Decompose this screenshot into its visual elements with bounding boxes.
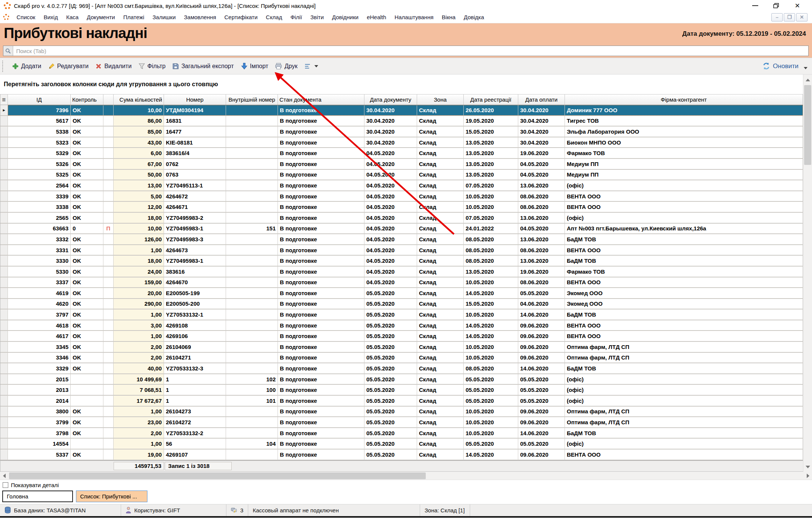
table-row[interactable]: 5337 OK 19,00 4269107 В подготовке 05.05… — [0, 449, 803, 460]
column-header-pay-date[interactable]: Дата оплати — [518, 94, 565, 105]
table-row[interactable]: 3331 OK 1,00 4264673 В подготовке 04.05.… — [0, 245, 803, 256]
menu-spysok[interactable]: Список — [12, 12, 39, 22]
column-header-flag[interactable] — [103, 94, 114, 105]
menu-vykhid[interactable]: Вихід — [39, 12, 62, 22]
vertical-scrollbar-thumb[interactable] — [804, 85, 811, 165]
table-row[interactable]: 4619 OK 20,00 E200505-199 В подготовке 0… — [0, 288, 803, 299]
table-row[interactable]: 4618 OK 3,00 4269108 В подготовке 05.05.… — [0, 320, 803, 331]
scroll-down-icon — [806, 466, 810, 468]
menu-dokumenty[interactable]: Документи — [83, 12, 119, 22]
menu-vikna[interactable]: Вікна — [438, 12, 460, 22]
table-row[interactable]: 3337 OK 159,00 4264670 В подготовке 04.0… — [0, 277, 803, 288]
column-header-internal-number[interactable]: Внутрішній номер — [226, 94, 278, 105]
bottom-edge — [0, 516, 812, 518]
menu-sklad[interactable]: Склад — [262, 12, 286, 22]
table-row[interactable]: 2014 17 672,67 1 101 В подготовке 05.05.… — [0, 396, 803, 407]
table-row[interactable]: 3345 OK 2,00 26104069 В подготовке 05.05… — [0, 342, 803, 353]
table-row[interactable]: 5617 OK 86,00 16831 В подготовке 30.04.2… — [0, 116, 803, 127]
menu-dovidnyky[interactable]: Довідники — [328, 12, 363, 22]
export-button[interactable]: Загальний експорт — [169, 61, 237, 72]
menu-platezhi[interactable]: Платежі — [119, 12, 149, 22]
table-row[interactable]: 3346 OK 2,00 26104271 В подготовке 05.05… — [0, 353, 803, 364]
column-header-state[interactable]: Стан документа — [278, 94, 364, 105]
column-header-qty-sum[interactable]: Сума кількостей — [114, 94, 164, 105]
menu-sertyfikaty[interactable]: Сертифікати — [220, 12, 262, 22]
table-row[interactable]: 5329 OK 6,00 383616/4 В подготовке 04.05… — [0, 148, 803, 159]
menu-kasa[interactable]: Каса — [62, 12, 83, 22]
scroll-down-button[interactable] — [803, 462, 812, 471]
menu-nalashtuvannia[interactable]: Налаштування — [390, 12, 438, 22]
table-row[interactable]: 3339 OK 5,00 4264672 В подготовке 04.05.… — [0, 191, 803, 202]
delete-button[interactable]: Видалити — [92, 61, 135, 72]
tab-home[interactable]: Головна — [2, 491, 73, 502]
table-row[interactable]: 5338 OK 85,00 16477 В подготовке 30.04.2… — [0, 126, 803, 137]
restore-button[interactable] — [772, 2, 780, 9]
view-options-button[interactable] — [301, 61, 322, 71]
vertical-scrollbar[interactable] — [803, 75, 812, 472]
menu-filii[interactable]: Філії — [286, 12, 306, 22]
row-indicator-cell: ▸ — [0, 105, 8, 116]
mdi-minimize-button[interactable]: – — [771, 13, 783, 21]
column-header-number[interactable]: Номер — [164, 94, 226, 105]
table-row[interactable]: 2015 10 499,69 1 102 В подготовке 05.05.… — [0, 374, 803, 385]
table-row[interactable]: 5323 OK 43,00 KIE-08181 В подготовке 30.… — [0, 137, 803, 148]
filter-button[interactable]: Фільтр — [135, 61, 169, 72]
cell-pay-date: 09.06.2020 — [518, 342, 565, 353]
grid-corner-icon[interactable]: ≣ — [0, 94, 8, 105]
table-row[interactable]: 4620 OK 290,00 E200505-200 В подготовке … — [0, 299, 803, 310]
table-row[interactable]: 14554 1,00 56 104 В подготовке 05.05.202… — [0, 439, 803, 449]
cell-firm: Доминик 777 ООО — [565, 105, 803, 116]
table-row[interactable]: 3798 OK 2,00 YZ70533132-2 В подготовке 0… — [0, 428, 803, 439]
table-row[interactable]: 63663 0 П 10,00 YZ70495983-1 151 В подго… — [0, 224, 803, 235]
table-row[interactable]: 2013 7 068,51 1 100 В подготовке 05.05.2… — [0, 385, 803, 396]
horizontal-scrollbar[interactable] — [0, 472, 812, 480]
table-row[interactable]: 3799 OK 23,00 26104272 В подготовке 05.0… — [0, 417, 803, 428]
scroll-right-button[interactable] — [804, 472, 812, 480]
search-input[interactable] — [13, 48, 808, 54]
refresh-button[interactable]: Оновити — [762, 62, 800, 70]
column-header-reg-date[interactable]: Дата реестрації — [464, 94, 518, 105]
horizontal-scrollbar-thumb[interactable] — [9, 472, 426, 479]
mdi-close-button[interactable]: ✕ — [796, 13, 807, 21]
column-header-doc-date[interactable]: Дата документу — [364, 94, 417, 105]
minimize-button[interactable] — [751, 2, 759, 9]
mdi-restore-button[interactable]: ❐ — [784, 13, 795, 21]
scroll-up-button[interactable] — [803, 75, 812, 84]
menu-zamovlennia[interactable]: Замовлення — [180, 12, 220, 22]
menu-zalyshky[interactable]: Залишки — [149, 12, 180, 22]
table-row[interactable]: 2564 OK 13,00 YZ70495113-1 В подготовке … — [0, 180, 803, 191]
add-button[interactable]: Додати — [9, 61, 45, 72]
menu-ehealth[interactable]: eHealth — [363, 12, 390, 22]
table-row[interactable]: 3330 OK 18,00 YZ70495983-1 В подготовке … — [0, 256, 803, 267]
cell-qty-sum: 1,00 — [114, 407, 164, 417]
cell-pay-date: 13.06.2020 — [518, 234, 565, 245]
column-header-firm[interactable]: Фірма-контрагент — [565, 94, 803, 105]
table-row[interactable]: ▸ 7396 OK 10,00 УТДМ0304194 В подготовке… — [0, 105, 803, 116]
cell-zone: Склад — [417, 309, 464, 320]
tab-list-prybutkovi[interactable]: Список: Прибуткові ... — [76, 491, 147, 502]
close-button[interactable]: ✕ — [793, 2, 801, 9]
cell-id: 2014 — [8, 396, 71, 407]
menu-dovidka[interactable]: Довідка — [460, 12, 488, 22]
table-row[interactable]: 2565 OK 18,00 YZ70495983-2 В подготовке … — [0, 213, 803, 224]
show-details-checkbox[interactable] — [3, 482, 8, 488]
table-row[interactable]: 5330 OK 24,00 383616 В подготовке 04.05.… — [0, 267, 803, 277]
cell-qty-sum: 17 672,67 — [114, 396, 164, 407]
scroll-left-button[interactable] — [0, 472, 8, 480]
menu-zvity[interactable]: Звіти — [306, 12, 328, 22]
table-row[interactable]: 5325 OK 50,00 0763 В подготовке 04.05.20… — [0, 170, 803, 181]
table-row[interactable]: 3797 OK 1,00 YZ70533132-1 В подготовке 0… — [0, 309, 803, 320]
column-header-id[interactable]: ІД — [8, 94, 71, 105]
column-header-control[interactable]: Контроль — [71, 94, 103, 105]
table-row[interactable]: 3329 OK 40,00 YZ70533132-3 В подготовке … — [0, 363, 803, 374]
table-row[interactable]: 3338 OK 12,00 4264671 В подготовке 04.05… — [0, 202, 803, 213]
toolbar-overflow-chevron-icon[interactable] — [804, 67, 807, 69]
column-header-zone[interactable]: Зона — [417, 94, 464, 105]
table-row[interactable]: 3800 OK 1,00 26104273 В подготовке 05.05… — [0, 407, 803, 417]
table-row[interactable]: 4617 OK 1,00 4269106 В подготовке 05.05.… — [0, 331, 803, 342]
table-row[interactable]: 5326 OK 67,00 0762 В подготовке 04.05.20… — [0, 159, 803, 170]
print-button[interactable]: Друк — [272, 61, 301, 72]
table-row[interactable]: 3332 OK 126,00 YZ70495983-3 В подготовке… — [0, 234, 803, 245]
edit-button[interactable]: Редагувати — [45, 61, 92, 72]
import-button[interactable]: Імпорт — [237, 61, 272, 72]
